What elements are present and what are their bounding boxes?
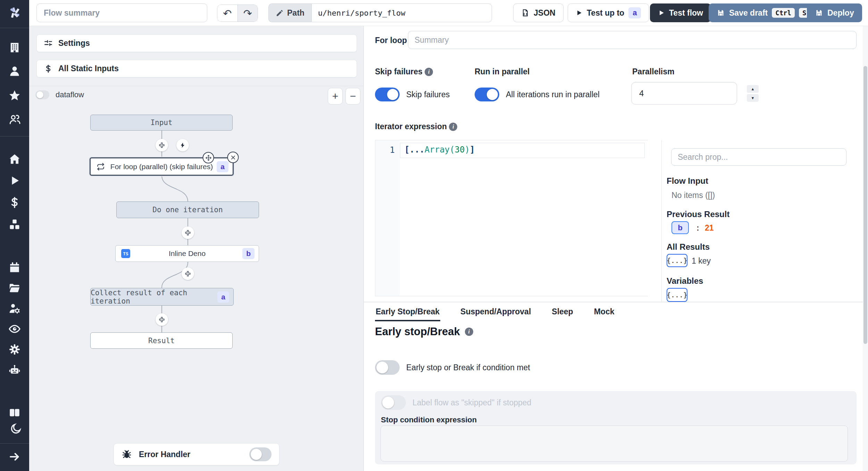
- sidebar-item-variables[interactable]: [8, 196, 21, 209]
- save-draft-button[interactable]: Save draft Ctrl S: [709, 3, 818, 22]
- sidebar: [0, 0, 29, 471]
- sidebar-item-docs[interactable]: [8, 406, 21, 419]
- info-icon[interactable]: i: [425, 68, 433, 76]
- error-handler-toggle[interactable]: [249, 447, 272, 461]
- delete-node-button[interactable]: [227, 152, 239, 163]
- add-step-button[interactable]: [156, 139, 168, 151]
- zoom-in-button[interactable]: +: [328, 88, 343, 105]
- step-id-badge: a: [217, 291, 229, 303]
- label-skipped-toggle[interactable]: [381, 395, 406, 410]
- parallelism-stepper: ▲ ▼: [747, 85, 759, 102]
- info-icon[interactable]: i: [449, 123, 457, 131]
- sidebar-item-schedules[interactable]: [8, 261, 21, 274]
- path-field-group: Path: [268, 3, 492, 22]
- flow-input-empty: No items ([]): [671, 191, 715, 200]
- stop-condition-editor[interactable]: [381, 425, 848, 462]
- flow-summary-input[interactable]: [36, 3, 207, 22]
- windmill-logo-icon[interactable]: [7, 6, 22, 20]
- add-trigger-button[interactable]: [176, 139, 189, 151]
- node-collect-result[interactable]: Collect result of each iteration a: [90, 288, 234, 306]
- sidebar-item-dark-mode[interactable]: [9, 423, 20, 433]
- iterator-expression-header: Iterator expression i: [375, 122, 457, 131]
- dollar-icon: [8, 196, 21, 209]
- sidebar-divider: [0, 136, 29, 137]
- node-result[interactable]: Result: [90, 332, 233, 349]
- summary-input[interactable]: [408, 31, 857, 49]
- deploy-button[interactable]: Deploy: [807, 3, 862, 22]
- sidebar-item-resources[interactable]: [8, 218, 21, 231]
- add-step-button[interactable]: [156, 313, 168, 326]
- user-icon: [8, 65, 21, 77]
- page-scrollbar: [863, 26, 868, 471]
- variables-badge[interactable]: {...}: [667, 288, 687, 302]
- sidebar-item-ai[interactable]: [8, 364, 21, 377]
- eye-icon: [8, 323, 21, 335]
- run-in-parallel-row: All iterations run in parallel: [475, 88, 600, 101]
- windmill-flow-editor: ↶ ↷ Path JSON Test up to a Test flow Sav…: [0, 0, 868, 471]
- all-results-badge[interactable]: {...}: [667, 254, 687, 267]
- calendar-icon: [8, 261, 21, 274]
- add-step-button[interactable]: [182, 226, 194, 239]
- robot-icon: [8, 364, 21, 377]
- flow-input-title: Flow Input: [667, 176, 708, 186]
- book-icon: [8, 406, 21, 419]
- prev-result-key-badge[interactable]: b: [671, 221, 689, 234]
- save-icon: [717, 9, 725, 17]
- tab-sleep[interactable]: Sleep: [551, 302, 574, 321]
- sidebar-item-groups[interactable]: [8, 113, 21, 126]
- test-flow-button[interactable]: Test flow: [650, 3, 711, 22]
- plus-icon: [158, 316, 165, 323]
- json-button[interactable]: JSON: [513, 3, 564, 22]
- step-type-label: For loop: [375, 36, 407, 45]
- tab-suspend-approval[interactable]: Suspend/Approval: [460, 302, 532, 321]
- node-input[interactable]: Input: [90, 115, 233, 131]
- gear-icon: [8, 343, 21, 356]
- all-static-inputs-button[interactable]: All Static Inputs: [36, 60, 357, 77]
- sidebar-collapse-button[interactable]: [8, 451, 21, 463]
- path-edit-button[interactable]: Path: [268, 3, 311, 22]
- parallelism-field: ▲ ▼: [631, 82, 737, 105]
- sidebar-item-folders[interactable]: [8, 282, 21, 294]
- path-input[interactable]: [311, 3, 492, 22]
- stepper-up-button[interactable]: ▲: [747, 85, 759, 93]
- sidebar-item-settings[interactable]: [8, 343, 21, 356]
- step-id-badge: b: [242, 248, 254, 259]
- user-cog-icon: [8, 302, 21, 315]
- search-prop-input[interactable]: [671, 148, 846, 166]
- scrollbar-thumb[interactable]: [863, 66, 867, 344]
- move-node-button[interactable]: [203, 152, 214, 164]
- canvas-divider: [29, 86, 364, 86]
- moon-icon: [9, 423, 22, 435]
- dollar-icon: [44, 64, 53, 73]
- info-icon[interactable]: i: [465, 328, 473, 336]
- dataflow-toggle[interactable]: [35, 90, 49, 99]
- redo-button[interactable]: ↷: [237, 5, 258, 22]
- run-in-parallel-toggle[interactable]: [475, 88, 499, 101]
- flow-settings-button[interactable]: Settings: [36, 34, 357, 52]
- sidebar-item-workspace[interactable]: [8, 41, 21, 54]
- sidebar-item-home[interactable]: [8, 153, 21, 165]
- test-up-to-button[interactable]: Test up to a: [568, 3, 649, 22]
- sidebar-item-user[interactable]: [8, 65, 21, 77]
- node-do-one-iteration[interactable]: Do one iteration: [116, 201, 259, 218]
- run-in-parallel-header: Run in parallel: [475, 67, 529, 76]
- sidebar-item-runs[interactable]: [8, 174, 21, 187]
- node-inline-deno[interactable]: TS Inline Deno b: [115, 245, 259, 262]
- early-stop-toggle[interactable]: [375, 360, 400, 375]
- sidebar-item-audit-logs[interactable]: [8, 323, 21, 335]
- parallelism-input[interactable]: [632, 89, 747, 98]
- sidebar-item-favorites[interactable]: [8, 89, 21, 102]
- plus-icon: [184, 270, 191, 277]
- iterator-code-editor[interactable]: 1 [...Array(30)]: [375, 140, 648, 296]
- sidebar-item-workers[interactable]: [8, 302, 21, 315]
- add-step-button[interactable]: [182, 267, 194, 280]
- zoom-out-button[interactable]: −: [345, 88, 360, 105]
- skip-failures-toggle[interactable]: [375, 88, 400, 101]
- undo-button[interactable]: ↶: [217, 5, 237, 22]
- stepper-down-button[interactable]: ▼: [747, 94, 759, 102]
- tab-mock[interactable]: Mock: [593, 302, 615, 321]
- skip-failures-header: Skip failures i: [375, 67, 433, 76]
- tab-early-stop-break[interactable]: Early Stop/Break: [375, 302, 440, 321]
- file-json-icon: [521, 9, 529, 17]
- line-number: 1: [375, 145, 395, 155]
